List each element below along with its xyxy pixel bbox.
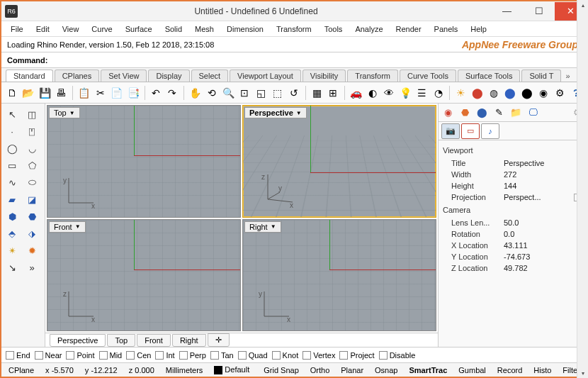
redo-icon[interactable]: ↷	[165, 84, 180, 101]
cut-icon[interactable]: ✂	[93, 84, 108, 101]
status-cplane[interactable]: CPlane	[4, 366, 38, 374]
show-icon[interactable]: 💡	[398, 84, 413, 101]
osnap-disable[interactable]: Disable	[379, 351, 416, 360]
osnap-perp[interactable]: Perp	[179, 351, 206, 360]
toggle-gumball[interactable]: Gumbal	[454, 366, 490, 374]
viewport-top[interactable]: Top▼ xy	[47, 105, 241, 218]
zoom-extents-icon[interactable]: ⊡	[237, 84, 252, 101]
menu-analyze[interactable]: Analyze	[350, 23, 388, 35]
prop-yloc-v[interactable]: -74.673	[504, 252, 584, 261]
prop-lens-v[interactable]: 50.0	[504, 218, 584, 227]
zoomin-icon[interactable]: 🔍	[220, 84, 235, 101]
prop-zloc-v[interactable]: 49.782	[504, 264, 584, 272]
surface-icon[interactable]: ▰	[3, 191, 21, 207]
box-icon[interactable]: ⬢	[3, 209, 21, 224]
hide-icon[interactable]: 👁	[381, 84, 396, 101]
pan-icon[interactable]: ✋	[188, 84, 203, 101]
osnap-quad[interactable]: Quad	[238, 351, 268, 360]
material-icon[interactable]: ⬤	[470, 84, 485, 101]
environment-icon[interactable]: ◍	[487, 84, 502, 101]
properties-icon[interactable]: ◔	[431, 84, 446, 101]
viewport-top-label[interactable]: Top▼	[49, 107, 80, 118]
toggle-record[interactable]: Record	[493, 366, 526, 374]
chevron-down-icon[interactable]: ▼	[296, 110, 302, 116]
print-icon[interactable]: 🖶	[54, 84, 69, 101]
line-icon[interactable]: ↘	[3, 260, 21, 275]
osnap-cen[interactable]: Cen	[126, 351, 151, 360]
osnap-near[interactable]: Near	[35, 351, 62, 360]
menu-help[interactable]: Help	[465, 23, 492, 35]
material-obj-icon[interactable]: ▭	[461, 123, 480, 139]
rotate-view-icon[interactable]: ⟲	[204, 84, 219, 101]
osnap-point[interactable]: Point	[66, 351, 94, 360]
tab-surfacetools[interactable]: Surface Tools	[458, 70, 520, 82]
mesh-icon[interactable]: ⬘	[3, 226, 21, 241]
sun-icon[interactable]: ☀	[453, 84, 468, 101]
point-icon[interactable]: ·	[3, 123, 21, 139]
ground-icon[interactable]: ⬤	[519, 84, 534, 101]
maximize-button[interactable]: ☐	[523, 2, 555, 21]
curve-icon[interactable]: ∿	[3, 174, 21, 190]
light-icon[interactable]: ◉	[536, 84, 550, 101]
mesh2-icon[interactable]: ⬗	[23, 226, 41, 241]
tab-display[interactable]: Display	[148, 70, 189, 82]
tab-cplanes[interactable]: CPlanes	[55, 70, 100, 82]
new-icon[interactable]: 🗋	[4, 84, 19, 101]
menu-surface[interactable]: Surface	[120, 23, 157, 35]
prop-title-v[interactable]: Perspective	[504, 159, 584, 167]
open-icon[interactable]: 📂	[21, 84, 35, 101]
layers-panel-icon[interactable]: 📁	[508, 106, 524, 120]
environments-panel-icon[interactable]: ⬤	[474, 106, 490, 120]
prop-xloc-v[interactable]: 43.111	[504, 241, 584, 250]
paste-icon[interactable]: 📄	[109, 84, 124, 101]
osnap-vertex[interactable]: Vertex	[303, 351, 335, 360]
copy-icon[interactable]: 📋	[77, 84, 91, 101]
toggle-history[interactable]: Histo	[529, 366, 555, 374]
menu-mesh[interactable]: Mesh	[190, 23, 219, 35]
osnap-end[interactable]: End	[6, 351, 30, 360]
viewport-front-label[interactable]: Front▼	[49, 221, 86, 233]
osnap-tan[interactable]: Tan	[210, 351, 234, 360]
tab-standard[interactable]: Standard	[6, 70, 53, 82]
render-icon[interactable]: 🚗	[349, 84, 363, 101]
status-units[interactable]: Millimeters	[162, 366, 208, 374]
menu-tools[interactable]: Tools	[320, 23, 348, 35]
toggle-osnap[interactable]: Osnap	[371, 366, 402, 374]
tabs-scroll-icon[interactable]: »	[562, 70, 572, 82]
arc-icon[interactable]: ◡	[23, 140, 41, 156]
shade-icon[interactable]: ◐	[365, 84, 380, 101]
zoom-window-icon[interactable]: ◱	[254, 84, 268, 101]
menu-transform[interactable]: Transform	[271, 23, 317, 35]
solid-icon[interactable]: ⬣	[23, 209, 41, 224]
scrollbar[interactable]: ▴▾	[577, 0, 588, 378]
osnap-mid[interactable]: Mid	[99, 351, 123, 360]
texture-icon[interactable]: ⬤	[503, 84, 518, 101]
tab-viewportlayout[interactable]: Viewport Layout	[230, 70, 301, 82]
toggle-ortho[interactable]: Ortho	[306, 366, 334, 374]
vptab-top[interactable]: Top	[107, 334, 135, 347]
prop-rot-v[interactable]: 0.0	[504, 230, 584, 238]
tab-setview[interactable]: Set View	[101, 70, 147, 82]
undo-view-icon[interactable]: ↺	[286, 84, 301, 101]
display-panel-icon[interactable]: 🖵	[525, 106, 541, 120]
menu-panels[interactable]: Panels	[429, 23, 463, 35]
toggle-smarttrack[interactable]: SmartTrac	[405, 366, 451, 374]
polyline-icon[interactable]: ⍞	[23, 123, 41, 139]
vptab-add[interactable]: ✛	[208, 333, 230, 347]
menu-render[interactable]: Render	[391, 23, 426, 35]
four-view-icon[interactable]: ⊞	[326, 84, 341, 101]
paste2-icon[interactable]: 📑	[126, 84, 141, 101]
toggle-planar[interactable]: Planar	[337, 366, 368, 374]
prop-proj-v[interactable]: Perspect...	[504, 193, 572, 201]
save-icon[interactable]: 💾	[37, 84, 52, 101]
layers-icon[interactable]: ☰	[414, 84, 429, 101]
more-icon[interactable]: »	[23, 260, 41, 275]
prop-width-v[interactable]: 272	[504, 170, 584, 179]
chevron-down-icon[interactable]: ▼	[75, 223, 81, 230]
viewport-right[interactable]: Right▼ xy	[242, 219, 436, 332]
camera-icon[interactable]: 📷	[441, 123, 460, 139]
undo-icon[interactable]: ↶	[149, 84, 164, 101]
menu-view[interactable]: View	[57, 23, 84, 35]
pointer-icon[interactable]: ↖	[3, 106, 21, 122]
tab-transform[interactable]: Transform	[347, 70, 398, 82]
